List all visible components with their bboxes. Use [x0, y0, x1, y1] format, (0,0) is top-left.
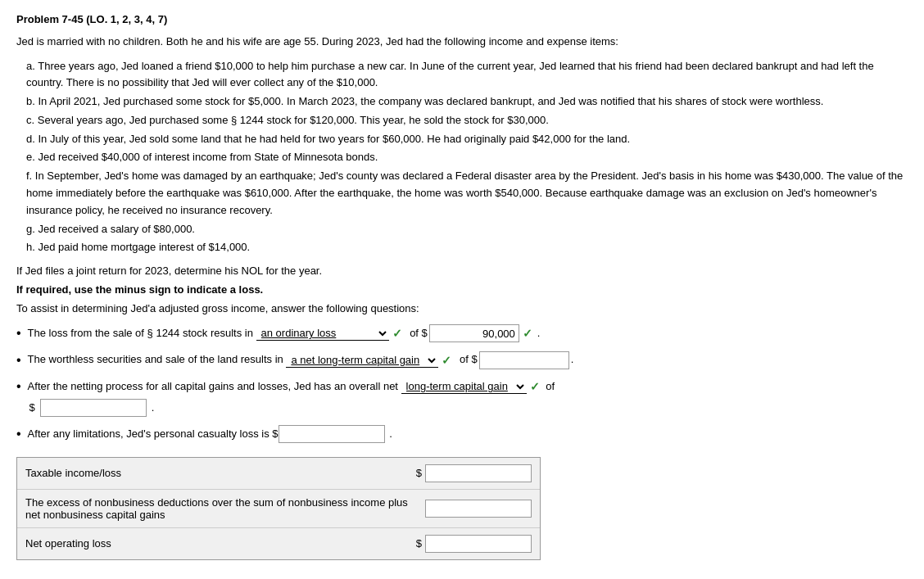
list-item: a. Three years ago, Jed loaned a friend … — [20, 58, 908, 93]
instruction-line: To assist in determining Jed'a adjusted … — [16, 302, 908, 314]
instruction-bold: If required, use the minus sign to indic… — [16, 283, 908, 296]
list-item: c. Several years ago, Jed purchased some… — [20, 112, 908, 129]
intro-text: Jed is married with no children. Both he… — [16, 34, 908, 50]
list-item: g. Jed received a salary of $80,000. — [20, 221, 908, 238]
list-item: d. In July of this year, Jed sold some l… — [20, 131, 908, 148]
bullet1-of-text: of $ — [407, 325, 428, 342]
list-item: f. In September, Jed's home was damaged … — [20, 168, 908, 219]
item-label-b: b. — [26, 95, 38, 107]
bullet3-check: ✓ — [530, 378, 540, 396]
nol-row-2: The excess of nonbusiness deductions ove… — [17, 490, 540, 528]
bullet2-period: . — [571, 351, 574, 369]
item-label-e: e. — [26, 151, 38, 163]
item-label-a: a. — [26, 60, 38, 72]
bullet2-check: ✓ — [442, 351, 451, 369]
bullet3-text-before: After the netting process for all capita… — [28, 378, 401, 396]
bullet-dot-2: • — [16, 351, 21, 369]
nol-input-3[interactable] — [425, 535, 532, 553]
bullet2-amount-input[interactable] — [479, 351, 569, 369]
bullet-item-3: • After the netting process for all capi… — [16, 378, 908, 417]
nol-question: If Jed files a joint return for 2023, de… — [16, 265, 908, 277]
nol-label-2: The excess of nonbusiness deductions ove… — [25, 496, 422, 521]
item-label-g: g. — [26, 223, 38, 235]
item-label-d: d. — [26, 133, 38, 145]
bullet-item-4: • After any limitations, Jed's personal … — [16, 425, 908, 443]
bullet2-dropdown[interactable]: a net long-term capital gain a net short… — [286, 353, 438, 368]
bullet1-text-before: The loss from the sale of § 1244 stock r… — [28, 325, 256, 342]
bullet4-text-before: After any limitations, Jed's personal ca… — [28, 426, 279, 443]
bullet4-period: . — [387, 426, 392, 443]
item-text-a: Three years ago, Jed loaned a friend $10… — [26, 60, 874, 89]
nol-label-3: Net operating loss — [25, 537, 416, 550]
bullet2-of-text: of $ — [456, 351, 477, 369]
bullet3-of-text: of — [543, 378, 555, 396]
bullet-content-2: The worthless securities and sale of the… — [28, 351, 908, 369]
bullet4-amount-input[interactable] — [279, 425, 385, 443]
bullet-item-1: • The loss from the sale of § 1244 stock… — [16, 324, 908, 342]
bullet-dot-1: • — [16, 324, 21, 342]
item-text-h: Jed paid home mortgage interest of $14,0… — [38, 241, 250, 253]
bullet-content-4: After any limitations, Jed's personal ca… — [28, 425, 908, 443]
nol-dollar-1: $ — [416, 467, 422, 479]
item-text-d: In July of this year, Jed sold some land… — [38, 133, 630, 145]
nol-input-area-3: $ — [416, 535, 532, 553]
bullet1-dropdown[interactable]: an ordinary loss a short-term capital lo… — [256, 326, 389, 341]
nol-input-1[interactable] — [425, 464, 532, 482]
item-text-g: Jed received a salary of $80,000. — [38, 223, 195, 235]
item-label-f: f. — [26, 170, 35, 182]
nol-dollar-3: $ — [416, 537, 422, 550]
bullet-item-2: • The worthless securities and sale of t… — [16, 351, 908, 369]
bullet-dot-4: • — [16, 425, 21, 443]
bullet1-check1: ✓ — [392, 324, 402, 342]
nol-row-3: Net operating loss $ — [17, 528, 540, 559]
bullet3-dropdown[interactable]: long-term capital gain short-term capita… — [401, 379, 527, 394]
page-container: Problem 7-45 (LO. 1, 2, 3, 4, 7) Jed is … — [16, 13, 908, 560]
nol-input-area-1: $ — [416, 464, 532, 482]
items-list: a. Three years ago, Jed loaned a friend … — [16, 58, 908, 257]
bullet-section: • The loss from the sale of § 1244 stock… — [16, 324, 908, 444]
nol-table: Taxable income/loss $ The excess of nonb… — [16, 457, 541, 560]
nol-row-1: Taxable income/loss $ — [17, 458, 540, 490]
bullet3-dollar-wrap: $ . — [28, 399, 908, 417]
bullet-dot-3: • — [16, 378, 21, 396]
bullet-content-3: After the netting process for all capita… — [28, 378, 908, 417]
nol-input-area-2 — [422, 500, 532, 518]
item-label-h: h. — [26, 241, 38, 253]
list-item: e. Jed received $40,000 of interest inco… — [20, 149, 908, 166]
bullet-content-1: The loss from the sale of § 1244 stock r… — [28, 324, 908, 342]
bullet2-text-before: The worthless securities and sale of the… — [28, 351, 287, 369]
list-item: h. Jed paid home mortgage interest of $1… — [20, 239, 908, 256]
problem-title: Problem 7-45 (LO. 1, 2, 3, 4, 7) — [16, 13, 908, 25]
item-text-f: In September, Jed's home was damaged by … — [26, 170, 903, 216]
item-text-e: Jed received $40,000 of interest income … — [38, 151, 378, 163]
item-text-b: In April 2021, Jed purchased some stock … — [38, 95, 823, 107]
bullet1-check2: ✓ — [523, 324, 532, 342]
nol-input-2[interactable] — [425, 500, 532, 518]
bullet3-period: . — [152, 400, 155, 417]
item-text-c: Several years ago, Jed purchased some § … — [38, 114, 549, 126]
list-item: b. In April 2021, Jed purchased some sto… — [20, 93, 908, 111]
bullet1-amount-input[interactable] — [429, 324, 519, 342]
nol-label-1: Taxable income/loss — [25, 467, 416, 479]
bullet3-amount-input[interactable] — [40, 399, 147, 417]
bullet3-dollar: $ — [29, 400, 35, 417]
bullet1-period: . — [537, 325, 541, 342]
item-label-c: c. — [26, 114, 38, 126]
